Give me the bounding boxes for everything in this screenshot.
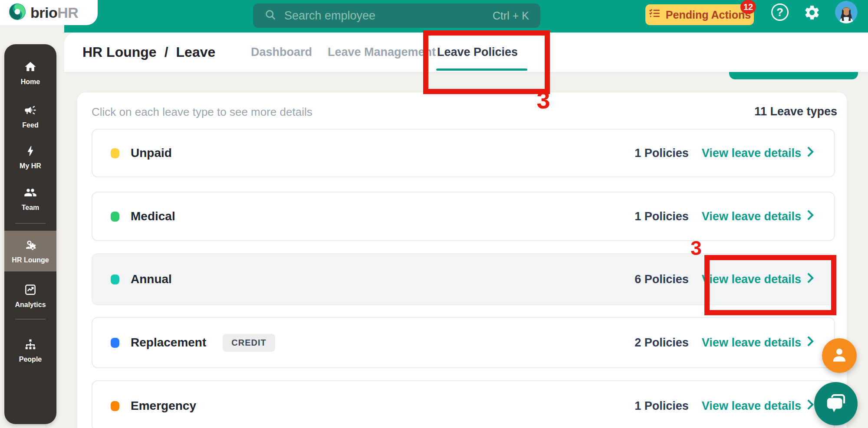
tab-leave-management[interactable]: Leave Management [328,33,436,72]
chevron-right-icon [806,209,814,224]
org-tree-icon [24,338,37,353]
leave-color-dot [111,338,119,348]
chat-launcher-button[interactable] [814,382,858,425]
help-button[interactable]: ? [771,3,789,21]
quick-person-button[interactable] [822,338,857,373]
active-tab-underline [436,69,527,71]
sidebar-item-my-hr[interactable]: My HR [4,140,56,173]
chat-bubble-icon [824,391,848,416]
leave-row-emergency[interactable]: Emergency 1 Policies View leave details [92,380,835,428]
sidebar-item-label: HR Lounge [12,256,49,264]
sidebar-item-team[interactable]: Team [4,182,56,215]
instruction-text: Click on each leave type to see more det… [92,105,312,119]
sidebar: Home Feed My HR Team HR Lounge [4,44,56,424]
view-leave-details-link[interactable]: View leave details [702,146,814,160]
search-placeholder: Search employee [284,9,375,23]
policies-count: 2 Policies [635,336,689,350]
breadcrumb: HR Lounge / Leave [82,33,215,72]
policies-count: 1 Policies [635,399,689,413]
pending-actions-badge: 12 [740,0,756,14]
person-icon [830,346,848,366]
breadcrumb-leave: Leave [176,44,216,60]
view-leave-details-link[interactable]: View leave details [702,209,814,224]
user-avatar[interactable] [835,1,858,23]
leave-color-dot [111,212,119,222]
sidebar-item-label: People [19,356,42,363]
credit-badge: CREDIT [223,334,275,352]
megaphone-icon [24,104,37,118]
briohr-app: brioHR Search employee Ctrl + K Pending … [0,0,868,428]
breadcrumb-hr-lounge[interactable]: HR Lounge [82,44,157,60]
view-leave-details-link[interactable]: View leave details [702,399,814,413]
tab-dashboard[interactable]: Dashboard [251,33,312,72]
breadcrumb-separator: / [164,44,168,60]
leave-row-annual[interactable]: Annual 6 Policies View leave details [92,253,835,305]
sidebar-item-hr-lounge[interactable]: HR Lounge [4,231,56,271]
leave-name: Replacement [131,336,206,350]
chart-line-icon [24,283,37,298]
search-shortcut: Ctrl + K [493,10,529,22]
sidebar-item-feed[interactable]: Feed [4,100,56,133]
pending-actions-button[interactable]: Pending Actions [645,4,754,25]
policies-count: 1 Policies [635,210,689,223]
leave-row-replacement[interactable]: Replacement CREDIT 2 Policies View leave… [92,317,835,368]
view-leave-details-link[interactable]: View leave details [702,272,814,287]
sidebar-item-label: Team [22,204,39,212]
sidebar-item-label: Home [21,78,40,86]
leave-types-card: Click on each leave type to see more det… [77,92,847,428]
sidebar-item-people[interactable]: People [4,334,56,367]
checklist-icon [648,7,661,22]
chevron-right-icon [806,272,814,287]
home-icon [24,60,37,75]
sidebar-divider [15,223,46,224]
leave-color-dot [111,401,119,411]
leave-color-dot [111,274,119,284]
sidebar-item-label: My HR [20,162,41,170]
chevron-right-icon [806,399,814,413]
question-mark-icon: ? [776,6,783,19]
settings-button[interactable] [803,4,821,23]
leave-name: Emergency [131,399,196,413]
sidebar-item-analytics[interactable]: Analytics [4,279,56,312]
chevron-right-icon [806,146,814,160]
sidebar-item-home[interactable]: Home [4,56,56,89]
bolt-icon [24,144,37,159]
leave-name: Medical [131,209,175,223]
pending-actions-label: Pending Actions [666,9,751,21]
chevron-right-icon [806,336,814,350]
brand-logo[interactable]: brioHR [0,0,98,25]
page-header: HR Lounge / Leave Dashboard Leave Manage… [64,33,868,72]
view-leave-details-link[interactable]: View leave details [702,336,814,350]
sidebar-item-label: Analytics [15,301,46,309]
gear-icon [803,15,821,23]
leave-color-dot [111,148,119,158]
brio-swirl-icon [9,3,26,22]
policies-count: 1 Policies [635,147,689,160]
leave-row-unpaid[interactable]: Unpaid 1 Policies View leave details [92,129,835,177]
search-icon [264,9,276,23]
leave-types-count: 11 Leave types [754,105,837,118]
person-gear-icon [23,239,37,253]
sidebar-item-label: Feed [22,121,38,129]
search-input[interactable]: Search employee Ctrl + K [253,3,540,28]
logo-wordmark: brioHR [30,4,78,21]
sidebar-divider [15,319,46,320]
leave-name: Annual [131,272,172,286]
leave-row-medical[interactable]: Medical 1 Policies View leave details [92,192,835,241]
people-group-icon [23,186,37,201]
tab-leave-policies[interactable]: Leave Policies [437,33,518,72]
policies-count: 6 Policies [635,273,689,286]
leave-name: Unpaid [131,146,172,160]
